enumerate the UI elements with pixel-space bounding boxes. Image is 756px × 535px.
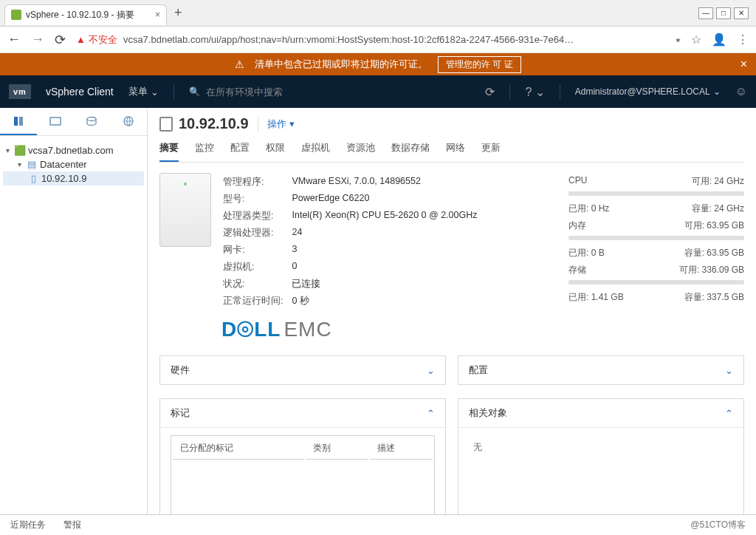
vmware-logo: vm bbox=[9, 84, 31, 99]
value-model: PowerEdge C6220 bbox=[292, 191, 484, 207]
host-title: 10.92.10.9 bbox=[159, 115, 249, 132]
label-logical-cpu: 逻辑处理器: bbox=[223, 225, 290, 241]
card-tags-header[interactable]: 标记 ⌃ bbox=[160, 399, 445, 427]
new-tab-button[interactable]: + bbox=[174, 5, 182, 21]
card-configuration-title: 配置 bbox=[469, 364, 488, 377]
usage-mem-bar bbox=[568, 236, 744, 240]
nav-reload-icon[interactable]: ⟳ bbox=[55, 32, 66, 48]
global-search[interactable]: 🔍 bbox=[189, 86, 471, 98]
user-menu[interactable]: Administrator@VSPHERE.LOCAL ⌄ bbox=[575, 86, 721, 97]
url-text: vcsa7.bdnetlab.com/ui/app/host;nav=h/urn… bbox=[123, 34, 574, 45]
browser-toolbar: ← → ⟳ ▲ 不安全 vcsa7.bdnetlab.com/ui/app/ho… bbox=[0, 27, 756, 53]
profile-icon[interactable]: 👤 bbox=[712, 33, 726, 47]
card-hardware-header[interactable]: 硬件 ⌄ bbox=[160, 356, 445, 384]
tree-node-datacenter[interactable]: ▾ ▤ Datacenter bbox=[3, 157, 144, 171]
tree-node-host[interactable]: ▯ 10.92.10.9 bbox=[3, 171, 144, 185]
nav-forward-icon: → bbox=[31, 32, 44, 47]
card-hardware: 硬件 ⌄ bbox=[159, 355, 446, 385]
tab-permissions[interactable]: 权限 bbox=[266, 137, 285, 162]
usage-mem-cap: 容量: 63.95 GB bbox=[684, 247, 744, 259]
footer-recent-tasks[interactable]: 近期任务 bbox=[10, 519, 46, 531]
footer-alarms[interactable]: 警报 bbox=[63, 519, 81, 531]
menu-dropdown[interactable]: 菜单 ⌄ bbox=[128, 85, 159, 98]
translate-icon[interactable]: ⭑ bbox=[676, 33, 681, 47]
caret-icon[interactable]: ▾ bbox=[15, 160, 24, 168]
help-icon[interactable]: ? ⌄ bbox=[525, 85, 544, 99]
menu-icon[interactable]: ⋮ bbox=[737, 33, 749, 47]
label-uptime: 正常运行时间: bbox=[223, 293, 290, 309]
tab-summary[interactable]: 摘要 bbox=[159, 137, 179, 162]
card-configuration-header[interactable]: 配置 ⌄ bbox=[458, 356, 743, 384]
host-tabs: 摘要 监控 配置 权限 虚拟机 资源池 数据存储 网络 更新 bbox=[159, 137, 744, 163]
separator bbox=[560, 84, 560, 99]
host-icon: ▯ bbox=[28, 174, 38, 184]
usage-panel: CPU可用: 24 GHz 已用: 0 Hz容量: 24 GHz 内存可用: 6… bbox=[568, 173, 744, 342]
tab-resource-pools[interactable]: 资源池 bbox=[346, 137, 375, 162]
usage-cpu-label: CPU bbox=[568, 175, 587, 188]
label-model: 型号: bbox=[223, 191, 290, 207]
window-close[interactable]: ✕ bbox=[734, 7, 749, 19]
chevron-up-icon: ⌃ bbox=[427, 408, 435, 419]
bookmark-icon[interactable]: ☆ bbox=[691, 33, 701, 47]
user-label: Administrator@VSPHERE.LOCAL bbox=[575, 86, 710, 97]
caret-icon[interactable]: ▾ bbox=[3, 146, 12, 154]
host-name: 10.92.10.9 bbox=[179, 115, 249, 132]
sidebar-tab-vms[interactable] bbox=[37, 108, 74, 135]
tab-favicon bbox=[11, 10, 21, 20]
alert-text: 清单中包含已过期或即将过期的许可证。 bbox=[255, 58, 427, 71]
tags-table: 已分配的标记 类别 描述 bbox=[171, 435, 435, 514]
alert-close-icon[interactable]: × bbox=[740, 58, 747, 71]
card-related-body: 无 bbox=[458, 427, 743, 467]
sidebar-tab-hosts[interactable] bbox=[0, 108, 37, 135]
cards-row-1: 硬件 ⌄ 配置 ⌄ bbox=[159, 355, 744, 385]
label-cpu-type: 处理器类型: bbox=[223, 208, 290, 224]
value-vms: 0 bbox=[292, 259, 484, 275]
tab-close-icon[interactable]: × bbox=[155, 10, 160, 20]
content-area: 10.92.10.9 操作 ▾ 摘要 监控 配置 权限 虚拟机 资源池 数据存储… bbox=[148, 108, 756, 514]
tab-updates[interactable]: 更新 bbox=[481, 137, 501, 162]
host-header: 10.92.10.9 操作 ▾ bbox=[159, 115, 744, 132]
browser-tab[interactable]: vSphere - 10.92.10.9 - 摘要 × bbox=[4, 4, 167, 25]
window-maximize[interactable]: □ bbox=[716, 7, 731, 19]
chevron-down-icon: ⌄ bbox=[725, 365, 733, 376]
svg-rect-1 bbox=[19, 117, 23, 126]
chevron-up-icon: ⌃ bbox=[725, 408, 733, 419]
usage-storage-bar bbox=[568, 280, 744, 284]
address-bar[interactable]: ▲ 不安全 vcsa7.bdnetlab.com/ui/app/host;nav… bbox=[76, 33, 665, 47]
tab-title: vSphere - 10.92.10.9 - 摘要 bbox=[26, 9, 151, 21]
tab-configure[interactable]: 配置 bbox=[230, 137, 250, 162]
sidebar-tab-storage[interactable] bbox=[74, 108, 111, 135]
value-status: 已连接 bbox=[292, 276, 484, 292]
sidebar-tab-networking[interactable] bbox=[110, 108, 147, 135]
window-controls: — □ ✕ bbox=[698, 7, 749, 19]
separator bbox=[173, 84, 174, 99]
nav-back-icon[interactable]: ← bbox=[7, 32, 21, 47]
actions-menu[interactable]: 操作 ▾ bbox=[258, 117, 295, 131]
search-input[interactable] bbox=[206, 86, 368, 98]
tab-datastores[interactable]: 数据存储 bbox=[391, 137, 430, 162]
feedback-icon[interactable]: ☺ bbox=[735, 85, 747, 98]
card-related: 相关对象 ⌃ 无 bbox=[458, 398, 744, 514]
usage-storage-used: 已用: 1.41 GB bbox=[568, 291, 624, 304]
card-hardware-title: 硬件 bbox=[171, 364, 190, 377]
manage-licenses-button[interactable]: 管理您的许 可 证 bbox=[438, 56, 521, 73]
client-name: vSphere Client bbox=[46, 86, 114, 98]
insecure-badge[interactable]: ▲ 不安全 bbox=[76, 33, 117, 47]
usage-mem-label: 内存 bbox=[568, 219, 586, 232]
value-uptime: 0 秒 bbox=[292, 293, 484, 309]
refresh-icon[interactable]: ⟳ bbox=[485, 85, 495, 99]
host-icon bbox=[159, 117, 173, 132]
card-related-header[interactable]: 相关对象 ⌃ bbox=[458, 399, 743, 427]
tab-monitor[interactable]: 监控 bbox=[195, 137, 214, 162]
vcenter-icon: 🟩 bbox=[15, 146, 25, 156]
tree-node-vcenter[interactable]: ▾ 🟩 vcsa7.bdnetlab.com bbox=[3, 143, 144, 157]
tab-networks[interactable]: 网络 bbox=[446, 137, 465, 162]
label-hypervisor: 管理程序: bbox=[223, 174, 290, 190]
col-description: 描述 bbox=[370, 437, 433, 460]
label-vms: 虚拟机: bbox=[223, 259, 290, 275]
chevron-down-icon: ▾ bbox=[289, 118, 295, 129]
brand-emc: EMC bbox=[284, 318, 331, 341]
tab-vms[interactable]: 虚拟机 bbox=[301, 137, 330, 162]
value-nic: 3 bbox=[292, 242, 484, 258]
window-minimize[interactable]: — bbox=[698, 7, 713, 19]
